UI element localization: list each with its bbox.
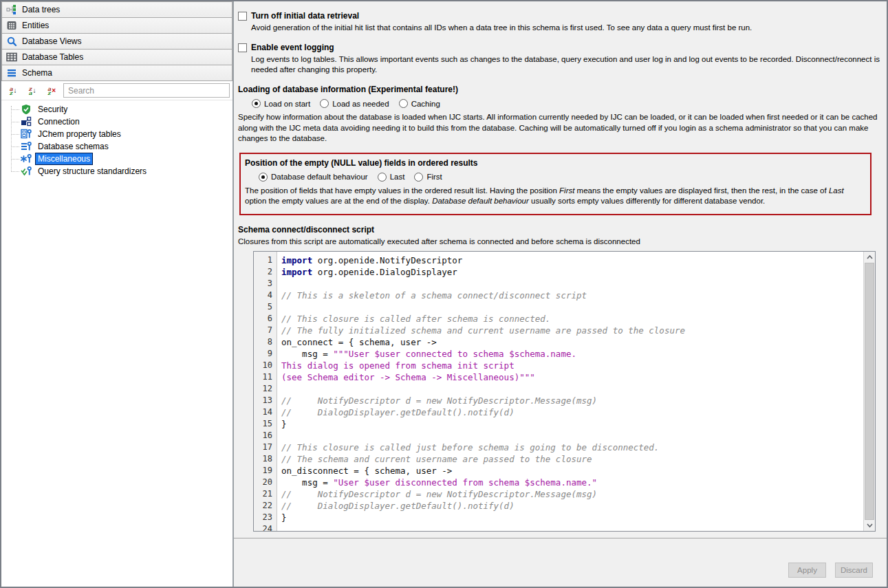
code-line: on_connect = { schema, user -> [281,336,875,348]
null-position-highlight-box: Position of the empty (NULL value) field… [239,153,871,215]
editor-scrollbar[interactable] [863,252,875,531]
line-number: 8 [254,336,277,348]
tree-item-connection[interactable]: Connection [1,116,232,128]
code-line: // This closure is called just before sc… [281,442,875,453]
line-number: 6 [254,313,277,325]
scroll-up-icon[interactable] [864,252,875,263]
code-line: import org.openide.NotifyDescriptor [281,254,875,266]
sidebar-item-schema[interactable]: Schema [1,65,232,81]
tree-item-query-structure-standardizers[interactable]: Query structure standardizers [1,165,232,177]
loading-description: Specify how information about the databa… [238,112,881,144]
tree-item-label: Connection [36,116,82,127]
first-radio[interactable]: First [414,173,442,182]
database-schemas-icon [21,141,32,152]
sort-down-arrow-icon: ↓ [33,87,36,94]
sidebar-item-entities[interactable]: Entities [1,17,232,34]
last-radio[interactable]: Last [378,173,405,182]
load-on-start-radio[interactable]: Load on start [252,99,310,108]
line-number: 2 [254,266,277,278]
sort-ascending-button[interactable]: az ↓ [6,85,21,97]
checkbox-label: Turn off initial data retrieval [251,11,359,21]
line-number: 24 [254,523,277,532]
code-line: // DialogDisplayer.getDefault().notify(d… [281,500,875,512]
line-number: 20 [254,477,277,488]
script-code-editor[interactable]: 123456789101112131415161718192021222324 … [253,251,876,532]
loading-radio-group: Load on start Load as needed Caching [252,99,881,108]
code-line: msg = """User $user connected to schema … [281,348,875,360]
code-line: } [281,512,875,523]
scroll-down-icon[interactable] [864,520,875,531]
code-line: // DialogDisplayer.getDefault().notify(d… [281,406,875,418]
line-number: 17 [254,442,277,453]
sort-down-arrow-icon: ↓ [14,87,17,94]
tree-item-miscellaneous[interactable]: Miscellaneous [1,153,232,165]
sidebar: Data trees Entities Database Views Datab… [1,1,234,587]
clear-sort-x-icon: × [52,87,56,94]
schema-settings-tree: Security Connection JChem property table… [1,100,232,587]
sidebar-item-database-tables[interactable]: Database Tables [1,49,232,65]
code-line [281,430,875,442]
line-number: 3 [254,278,277,290]
loading-section-title: Loading of database information (Experim… [238,85,881,94]
checkbox-description: Avoid generation of the initial hit list… [251,23,881,33]
scrollbar-thumb[interactable] [865,263,874,520]
line-number: 19 [254,465,277,477]
code-line [281,523,875,531]
database-default-behaviour-radio[interactable]: Database default behaviour [259,173,368,182]
line-number: 5 [254,301,277,313]
code-area[interactable]: import org.openide.NotifyDescriptorimpor… [277,252,875,531]
tree-item-jchem-property-tables[interactable]: JChem property tables [1,128,232,140]
tree-item-label: Database schemas [36,141,111,152]
tree-item-label: JChem property tables [36,129,123,140]
line-number: 1 [254,254,277,266]
sort-descending-button[interactable]: za ↓ [25,85,40,97]
code-line [281,383,875,395]
script-description: Closures from this script are automatica… [238,237,881,247]
sidebar-item-label: Data trees [22,5,60,14]
line-number: 7 [254,325,277,336]
search-input[interactable] [63,83,230,98]
code-line: (see Schema editor -> Schema -> Miscella… [281,371,875,383]
apply-button[interactable]: Apply [788,563,826,578]
code-line [281,278,875,290]
jchem-property-tables-icon [21,129,32,140]
sidebar-item-label: Database Tables [22,52,83,62]
line-number: 23 [254,512,277,523]
checkbox-label: Enable event logging [251,43,334,52]
code-line: // The schema and current username are p… [281,453,875,465]
schema-icon [6,67,17,78]
null-position-radio-group: Database default behaviour Last First [259,173,865,182]
line-number: 10 [254,360,277,371]
line-number: 22 [254,500,277,512]
sidebar-item-data-trees[interactable]: Data trees [1,1,232,18]
code-line: } [281,418,875,430]
footer: Apply Discard [234,538,887,587]
script-section-title: Schema connect/disconnect script [238,225,881,235]
clear-sort-button[interactable]: az × [44,85,59,97]
code-line: // This closure is called after schema i… [281,313,875,325]
line-number: 21 [254,488,277,500]
sidebar-item-label: Schema [22,68,52,78]
line-number: 14 [254,406,277,418]
null-position-description: The position of fields that have empty v… [245,186,865,207]
code-line: on_disconnect = { schema, user -> [281,465,875,477]
miscellaneous-settings-panel: Turn off initial data retrieval Avoid ge… [234,1,887,587]
line-number: 13 [254,395,277,406]
line-number: 18 [254,453,277,465]
caching-radio[interactable]: Caching [399,99,440,108]
line-number: 4 [254,290,277,301]
turn-off-initial-data-retrieval-checkbox[interactable] [238,12,247,21]
tree-item-security[interactable]: Security [1,103,232,116]
sidebar-item-database-views[interactable]: Database Views [1,33,232,50]
tree-item-database-schemas[interactable]: Database schemas [1,140,232,153]
security-icon [21,104,32,115]
enable-event-logging-checkbox[interactable] [238,43,247,52]
code-line: import org.openide.DialogDisplayer [281,266,875,278]
load-as-needed-radio[interactable]: Load as needed [320,99,389,108]
line-number: 12 [254,383,277,395]
tree-item-label: Query structure standardizers [36,166,149,177]
discard-button[interactable]: Discard [835,563,873,578]
code-line: // This is a skeleton of a schema connec… [281,290,875,301]
code-line: // The fully initialized schema and curr… [281,325,875,336]
code-line [281,301,875,313]
